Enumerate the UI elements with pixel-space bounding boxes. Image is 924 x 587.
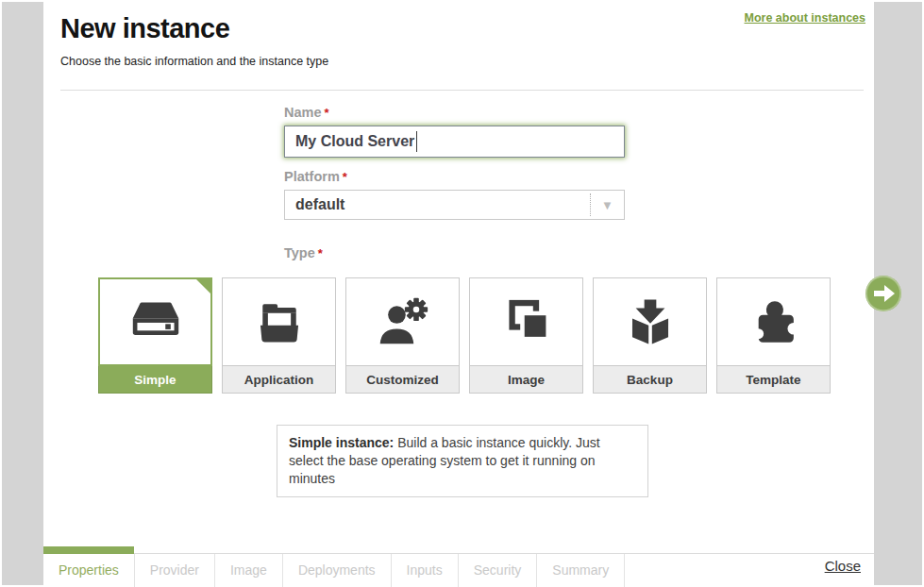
type-card-label: Template bbox=[716, 366, 831, 394]
type-card-application[interactable]: Application bbox=[222, 277, 336, 394]
more-about-instances-link[interactable]: More about instances bbox=[745, 11, 866, 25]
platform-label: Platform* bbox=[284, 169, 347, 184]
text-caret bbox=[416, 131, 417, 152]
type-card-image[interactable]: Image bbox=[469, 277, 583, 394]
platform-selected-value: default bbox=[285, 196, 590, 213]
type-card-label: Customized bbox=[345, 366, 460, 394]
type-label: Type* bbox=[284, 245, 323, 260]
tab-summary[interactable]: Summary bbox=[537, 554, 625, 587]
type-card-icon-box bbox=[98, 277, 212, 366]
tab-provider[interactable]: Provider bbox=[135, 554, 215, 587]
header-divider bbox=[60, 90, 864, 91]
tab-image[interactable]: Image bbox=[215, 554, 283, 587]
user-gear-icon bbox=[375, 295, 431, 348]
required-asterisk: * bbox=[343, 170, 347, 184]
name-field-wrapper bbox=[284, 126, 625, 158]
page-title: New instance bbox=[60, 13, 229, 44]
layered-squares-icon bbox=[499, 295, 554, 348]
box-download-icon bbox=[623, 295, 678, 348]
type-description-title: Simple instance: bbox=[289, 435, 394, 450]
required-asterisk: * bbox=[325, 106, 329, 120]
tab-inputs[interactable]: Inputs bbox=[392, 554, 459, 587]
type-description-box: Simple instance: Build a basic instance … bbox=[277, 425, 648, 497]
tab-security[interactable]: Security bbox=[459, 554, 538, 587]
type-card-label: Simple bbox=[98, 366, 212, 394]
type-card-label: Application bbox=[222, 366, 336, 394]
chevron-down-icon: ▼ bbox=[590, 193, 624, 216]
wizard-tab-bar: Properties Provider Image Deployments In… bbox=[43, 553, 874, 587]
type-card-backup[interactable]: Backup bbox=[593, 277, 707, 394]
type-card-icon-box bbox=[469, 277, 583, 366]
type-card-label: Backup bbox=[593, 366, 707, 394]
type-card-icon-box bbox=[222, 277, 336, 366]
type-card-icon-box bbox=[716, 277, 831, 366]
tab-properties[interactable]: Properties bbox=[43, 554, 135, 587]
type-card-label: Image bbox=[469, 366, 583, 394]
type-card-simple[interactable]: Simple bbox=[98, 277, 212, 394]
instance-type-options: Simple Application bbox=[98, 277, 831, 394]
name-input[interactable] bbox=[284, 126, 625, 158]
platform-select[interactable]: default ▼ bbox=[284, 190, 625, 220]
type-card-icon-box bbox=[593, 277, 707, 366]
page-subtitle: Choose the basic information and the ins… bbox=[60, 55, 328, 68]
puzzle-piece-icon bbox=[747, 295, 801, 348]
arrow-right-icon bbox=[865, 276, 901, 311]
new-instance-dialog: New instance Choose the basic informatio… bbox=[0, 0, 924, 587]
type-card-customized[interactable]: Customized bbox=[345, 277, 460, 394]
type-card-icon-box bbox=[345, 277, 460, 366]
name-label: Name* bbox=[284, 105, 329, 120]
next-step-button[interactable] bbox=[865, 276, 901, 311]
tab-deployments[interactable]: Deployments bbox=[283, 554, 392, 587]
close-link[interactable]: Close bbox=[825, 558, 861, 574]
server-icon bbox=[127, 296, 184, 347]
folder-icon bbox=[251, 295, 308, 348]
type-card-template[interactable]: Template bbox=[716, 277, 831, 394]
required-asterisk: * bbox=[318, 246, 323, 260]
left-margin bbox=[2, 2, 43, 585]
